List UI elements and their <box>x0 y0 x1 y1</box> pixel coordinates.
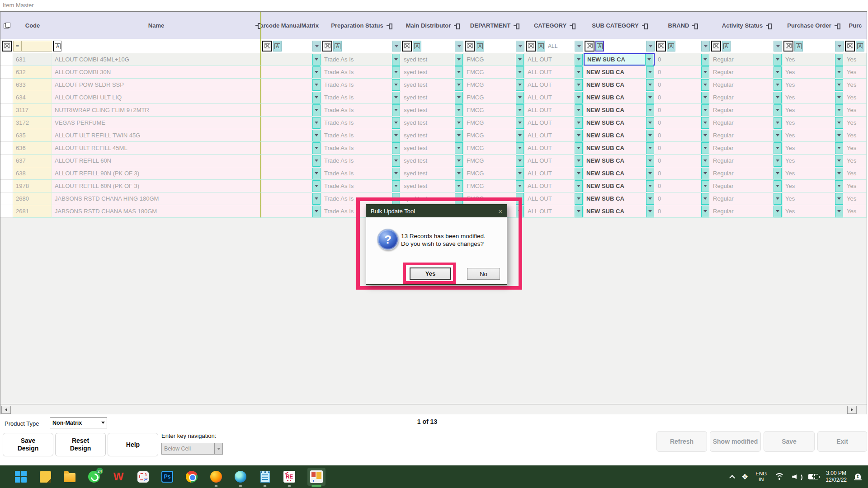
cell-barcode[interactable] <box>261 155 321 167</box>
cell-dropdown-icon[interactable] <box>774 155 782 167</box>
show-modified-button[interactable]: Show modified <box>710 431 761 452</box>
cell-dropdown-icon[interactable] <box>312 193 321 205</box>
cell-barcode[interactable] <box>261 192 321 205</box>
cell-dropdown-icon[interactable] <box>575 168 583 179</box>
cell-subcategory[interactable]: NEW SUB CA <box>584 167 655 180</box>
column-header-dept[interactable]: DEPARTMENT <box>464 12 525 39</box>
filter-dropdown-icon[interactable] <box>455 41 463 52</box>
cell-category[interactable]: ALL OUT <box>525 117 584 129</box>
clear-filter-icon[interactable] <box>711 41 721 52</box>
cell-barcode[interactable] <box>261 91 321 104</box>
cell-code[interactable]: 1978 <box>13 180 52 192</box>
cell-code[interactable]: 631 <box>13 53 52 66</box>
cell-code[interactable]: 633 <box>13 79 52 91</box>
cell-po2[interactable]: Yes <box>844 66 867 79</box>
cell-dept[interactable]: FMCG <box>464 53 525 66</box>
cell-dropdown-icon[interactable] <box>516 54 524 66</box>
cell-category[interactable]: ALL OUT <box>525 104 584 117</box>
table-row[interactable]: 1978ALLOUT REFILL 60N (PK OF 3)Trade As … <box>0 180 867 192</box>
cell-dropdown-icon[interactable] <box>575 104 583 116</box>
cell-prep[interactable]: Trade As Is <box>321 53 401 66</box>
cell-activity[interactable]: Regular <box>710 192 783 205</box>
column-header-activity[interactable]: Activity Status <box>710 12 783 39</box>
cell-name[interactable]: JABSONS RSTD CHANA HING 180GM <box>52 192 261 205</box>
cell-dropdown-icon[interactable] <box>575 180 583 192</box>
cell-dropdown-icon[interactable] <box>835 206 843 217</box>
cell-prep[interactable]: Trade As Is <box>321 66 401 79</box>
cell-category[interactable]: ALL OUT <box>525 155 584 167</box>
cell-dropdown-icon[interactable] <box>312 142 321 154</box>
cell-dropdown-icon[interactable] <box>455 180 463 192</box>
cell-barcode[interactable] <box>261 129 321 142</box>
cell-dropdown-icon[interactable] <box>516 92 524 103</box>
text-filter-mode-icon[interactable]: A <box>722 41 731 52</box>
cell-dropdown-icon[interactable] <box>646 168 654 179</box>
cell-dropdown-icon[interactable] <box>575 130 583 141</box>
cell-dist[interactable]: syed test <box>401 167 464 180</box>
cell-dropdown-icon[interactable] <box>701 180 709 192</box>
table-row[interactable]: 636ALLOUT ULT REFILL 45MLTrade As Issyed… <box>0 142 867 155</box>
cell-dropdown-icon[interactable] <box>455 79 463 91</box>
cell-dropdown-icon[interactable] <box>646 104 654 116</box>
cell-dropdown-icon[interactable] <box>835 193 843 205</box>
taskbar-icon-sticky-notes[interactable] <box>39 470 52 483</box>
filter-input-category[interactable]: ALL <box>545 43 575 49</box>
column-header-po2[interactable]: Purc <box>844 12 867 39</box>
taskbar-icon-start[interactable] <box>14 470 27 483</box>
cell-dropdown-icon[interactable] <box>701 66 709 78</box>
cell-name[interactable]: ALLOUT REFILL 60N <box>52 155 261 167</box>
text-filter-mode-icon[interactable]: A <box>476 41 484 52</box>
cell-activity[interactable]: Regular <box>710 91 783 104</box>
cell-dropdown-icon[interactable] <box>312 92 321 103</box>
cell-code[interactable]: 635 <box>13 129 52 142</box>
cell-dropdown-icon[interactable] <box>701 92 709 103</box>
cell-brand[interactable]: 0 <box>655 155 710 167</box>
clear-filter-icon[interactable] <box>402 41 412 52</box>
cell-dist[interactable]: syed test <box>401 66 464 79</box>
taskbar-icon-chrome[interactable] <box>185 470 198 483</box>
cell-dropdown-icon[interactable] <box>701 206 709 217</box>
table-row[interactable]: 635ALLOUT ULT REFILL TWIN 45GTrade As Is… <box>0 129 867 142</box>
cell-prep[interactable]: Trade As Is <box>321 129 401 142</box>
cell-rowhdr[interactable] <box>0 167 13 180</box>
cell-dropdown-icon[interactable] <box>392 155 400 167</box>
cell-dist[interactable]: syed test <box>401 117 464 129</box>
cell-barcode[interactable] <box>261 104 321 117</box>
cell-dropdown-icon[interactable] <box>646 79 654 91</box>
cell-dropdown-icon[interactable] <box>774 142 782 154</box>
cell-name[interactable]: NUTRIWRAP CLING FLIM 9+2MTR <box>52 104 261 117</box>
cell-dropdown-icon[interactable] <box>455 168 463 179</box>
cell-po[interactable]: Yes <box>783 142 844 155</box>
cell-po2[interactable]: Yes <box>844 104 867 117</box>
table-row[interactable]: 632ALLOUT COMBI 30NTrade As Issyed testF… <box>0 66 867 79</box>
cell-code[interactable]: 3172 <box>13 117 52 129</box>
refresh-button[interactable]: Refresh <box>656 431 707 452</box>
cell-barcode[interactable] <box>261 53 321 66</box>
cell-po[interactable]: Yes <box>783 129 844 142</box>
cell-category[interactable]: ALL OUT <box>525 142 584 155</box>
volume-icon[interactable] <box>792 473 801 480</box>
cell-barcode[interactable] <box>261 180 321 192</box>
text-filter-mode-icon[interactable]: A <box>595 41 604 52</box>
filter-dropdown-icon[interactable] <box>646 41 655 52</box>
text-filter-mode-icon[interactable]: A <box>794 41 803 52</box>
cell-dropdown-icon[interactable] <box>455 155 463 167</box>
cell-dropdown-icon[interactable] <box>392 66 400 78</box>
cell-dropdown-icon[interactable] <box>701 155 709 167</box>
cell-dropdown-icon[interactable] <box>575 142 583 154</box>
dropbox-icon[interactable]: ❖ <box>741 472 748 482</box>
text-filter-mode-icon[interactable]: A <box>413 41 421 52</box>
cell-po[interactable]: Yes <box>783 117 844 129</box>
cell-dropdown-icon[interactable] <box>835 66 843 78</box>
cell-name[interactable]: ALLOUT COMBI 45ML+10G <box>52 53 261 66</box>
cell-dist[interactable]: syed test <box>401 129 464 142</box>
cell-code[interactable]: 3117 <box>13 104 52 117</box>
cell-dropdown-icon[interactable] <box>312 79 321 91</box>
save-button[interactable]: Save <box>764 431 815 452</box>
cell-dropdown-icon[interactable] <box>312 130 321 141</box>
cell-dropdown-icon[interactable] <box>835 155 843 167</box>
cell-activity[interactable]: Regular <box>710 117 783 129</box>
cell-po[interactable]: Yes <box>783 91 844 104</box>
cell-subcategory[interactable]: NEW SUB CA <box>584 192 655 205</box>
cell-dropdown-icon[interactable] <box>312 206 321 217</box>
